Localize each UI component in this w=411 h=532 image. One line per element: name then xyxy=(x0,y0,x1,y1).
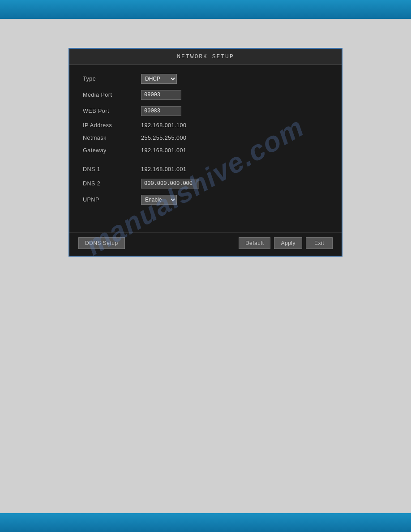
web-port-input[interactable] xyxy=(141,106,181,116)
gateway-value: 192.168.001.001 xyxy=(141,147,186,154)
web-port-label: WEB Port xyxy=(83,108,141,114)
dialog-footer: DDNS Setup Default Apply Exit xyxy=(69,232,342,256)
upnp-select[interactable]: Enable Disable xyxy=(141,195,177,205)
dns1-value: 192.168.001.001 xyxy=(141,166,186,172)
upnp-row: UPNP Enable Disable xyxy=(83,195,328,205)
footer-right: Default Apply Exit xyxy=(239,237,333,249)
ip-address-value: 192.168.001.100 xyxy=(141,122,186,129)
spacer1 xyxy=(83,160,328,166)
dns2-label: DNS 2 xyxy=(83,180,141,187)
upnp-label: UPNP xyxy=(83,197,141,203)
default-button[interactable]: Default xyxy=(239,237,271,249)
dns1-label: DNS 1 xyxy=(83,166,141,172)
dialog-title: NETWORK SETUP xyxy=(69,49,342,65)
netmask-value: 255.255.255.000 xyxy=(141,135,186,141)
bottom-bar xyxy=(0,513,411,532)
exit-button[interactable]: Exit xyxy=(306,237,333,249)
web-port-row: WEB Port xyxy=(83,106,328,116)
gateway-label: Gateway xyxy=(83,147,141,154)
media-port-label: Media Port xyxy=(83,92,141,98)
dns2-input[interactable] xyxy=(141,179,199,189)
spacer3 xyxy=(83,217,328,223)
spacer2 xyxy=(83,211,328,217)
ddns-setup-button[interactable]: DDNS Setup xyxy=(78,237,125,249)
media-port-input[interactable] xyxy=(141,90,181,100)
dns2-row: DNS 2 xyxy=(83,179,328,189)
page-content: NETWORK SETUP Type DHCP Static Media Por… xyxy=(0,19,411,257)
dns1-row: DNS 1 192.168.001.001 xyxy=(83,166,328,172)
footer-left: DDNS Setup xyxy=(78,237,125,249)
type-row: Type DHCP Static xyxy=(83,74,328,84)
media-port-row: Media Port xyxy=(83,90,328,100)
apply-button[interactable]: Apply xyxy=(274,237,302,249)
top-bar xyxy=(0,0,411,19)
netmask-label: Netmask xyxy=(83,135,141,141)
network-setup-dialog: NETWORK SETUP Type DHCP Static Media Por… xyxy=(68,48,342,257)
type-label: Type xyxy=(83,76,141,82)
netmask-row: Netmask 255.255.255.000 xyxy=(83,135,328,141)
gateway-row: Gateway 192.168.001.001 xyxy=(83,147,328,154)
type-select[interactable]: DHCP Static xyxy=(141,74,177,84)
ip-address-label: IP Address xyxy=(83,122,141,129)
dialog-body: Type DHCP Static Media Port WEB Port IP … xyxy=(69,65,342,232)
ip-address-row: IP Address 192.168.001.100 xyxy=(83,122,328,129)
